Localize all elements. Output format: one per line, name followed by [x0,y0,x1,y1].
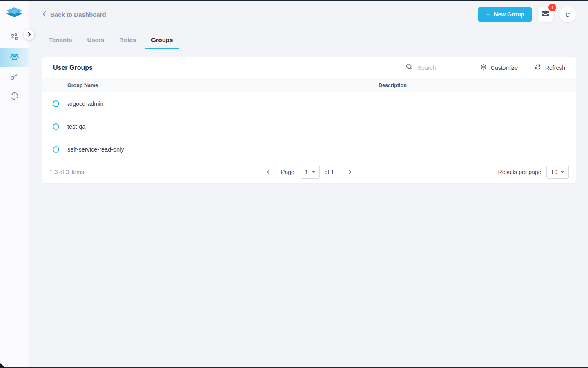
back-to-dashboard-link[interactable]: Back to Dashboard [42,11,106,18]
user-groups-icon [9,52,20,64]
table-header-row: Group Name Description [42,78,576,92]
tab-tenants[interactable]: Tenants [42,31,78,49]
sidebar-item-keys[interactable] [0,67,29,87]
page-controls: Page 1 of 1 [263,165,355,179]
tab-groups[interactable]: Groups [145,31,179,49]
column-header-group-name: Group Name [67,83,379,88]
notification-count-badge: 1 [548,4,556,11]
customize-button[interactable]: Customize [480,63,518,72]
table-row[interactable]: test-qa [42,115,576,138]
search-box [406,63,463,72]
gear-icon [480,63,487,72]
sidebar-item-user-management[interactable] [0,28,29,48]
next-page-button[interactable] [345,167,355,177]
page-label: Page [281,169,294,175]
results-per-page-label: Results per page [498,169,541,175]
panel-header: User Groups [42,57,576,78]
app-logo[interactable] [0,1,29,26]
user-avatar[interactable]: C [559,6,576,22]
column-header-description: Description [379,83,576,88]
back-link-label: Back to Dashboard [50,11,106,18]
layered-stack-logo-icon [5,7,24,20]
refresh-button[interactable]: Refresh [534,63,565,72]
refresh-icon [534,63,541,72]
key-icon [9,71,19,83]
page-of-label: of 1 [325,169,334,175]
sidebar-expand-button[interactable] [24,29,34,40]
select-cell [42,146,67,153]
plus-icon: + [486,10,490,18]
panel-title: User Groups [53,64,93,71]
user-management-icon [9,32,19,44]
results-per-page-select[interactable]: 10 [546,165,569,179]
refresh-label: Refresh [545,65,565,71]
table-row[interactable]: self-service-read-only [42,138,576,161]
results-summary: 1-3 of 3 items [49,169,84,175]
page-select[interactable]: 1 [301,165,320,179]
main-content: Back to Dashboard + New Group 1 C [29,1,588,367]
table-row[interactable]: argocd-admin [42,92,576,115]
sidebar-nav [0,26,29,107]
group-name-cell: self-service-read-only [67,146,379,153]
tab-users[interactable]: Users [80,31,111,49]
chevron-left-icon [42,11,46,18]
caret-down-icon [561,171,564,173]
sidebar-item-user-groups[interactable] [0,48,29,67]
results-per-page-value: 10 [551,169,557,175]
row-radio-button[interactable] [53,123,59,130]
results-per-page-controls: Results per page 10 [498,165,569,179]
header-actions: + New Group 1 C [478,6,576,22]
notifications-button[interactable]: 1 [538,7,553,22]
inbox-tray-icon [541,9,550,20]
row-radio-button[interactable] [53,100,59,107]
sidebar [0,1,29,367]
search-input[interactable] [418,65,463,71]
tab-bar: Tenants Users Roles Groups [42,31,576,49]
search-icon [406,63,413,72]
tab-roles[interactable]: Roles [113,31,143,49]
window-edge-top [0,0,588,1]
new-group-button[interactable]: + New Group [478,7,532,22]
user-groups-panel: User Groups [42,57,576,183]
chevron-right-icon [27,31,31,38]
new-group-button-label: New Group [494,11,524,18]
select-cell [42,100,67,107]
pagination-bar: 1-3 of 3 items Page 1 of 1 [42,161,576,183]
page-select-value: 1 [305,169,308,175]
group-name-cell: test-qa [67,123,379,130]
select-cell [42,123,67,130]
palette-icon [9,91,19,103]
panel-tools: Customize Refresh [406,63,565,72]
group-name-cell: argocd-admin [67,100,379,107]
mouse-cursor [0,363,4,367]
caret-down-icon [312,171,315,173]
row-radio-button[interactable] [53,146,59,153]
sidebar-item-appearance[interactable] [0,87,29,107]
customize-label: Customize [491,65,518,71]
avatar-initial: C [566,11,570,18]
previous-page-button[interactable] [263,167,274,177]
page-header: Back to Dashboard + New Group 1 C [42,1,576,27]
